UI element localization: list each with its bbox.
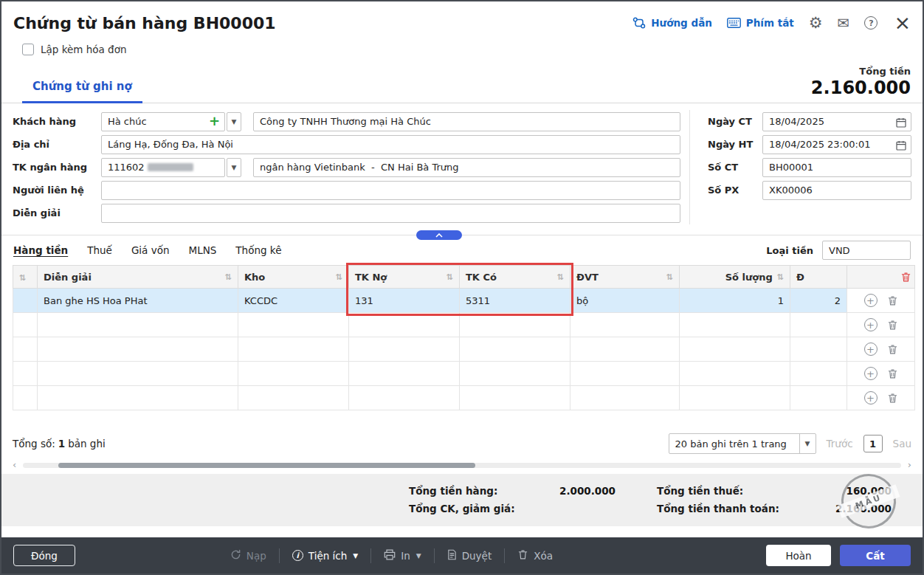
document-icon [447, 549, 457, 562]
next-page-button[interactable]: Sau [893, 438, 911, 450]
prev-page-button[interactable]: Trước [827, 438, 853, 450]
address-input[interactable] [101, 135, 680, 154]
add-customer-icon[interactable]: + [209, 114, 220, 128]
sort-icon[interactable]: ⇅ [19, 273, 26, 283]
contact-label: Người liên hệ [13, 185, 101, 196]
doc-number-input[interactable] [762, 158, 911, 177]
tab-chung-tu-ghi-no[interactable]: Chứng từ ghi nợ [22, 80, 142, 103]
contact-input[interactable] [101, 181, 680, 200]
sort-icon[interactable]: ⇅ [557, 272, 564, 282]
grand-total-box: Tổng tiền 2.160.000 [811, 66, 911, 103]
voucher-form: Khách hàng + ▼ Địa chỉ TK ngân hàng [1, 103, 923, 235]
cell-tk-co[interactable]: 5311 [460, 289, 570, 313]
collapse-form-button[interactable] [416, 230, 462, 240]
horizontal-scrollbar: ‹ › [13, 461, 911, 469]
col-dvt: ĐVT⇅ [570, 266, 680, 289]
bank-account-combo: 111602 ▼ [101, 158, 241, 177]
total-discount-label: Tổng CK, giảm giá: [409, 503, 520, 514]
sort-icon[interactable]: ⇅ [447, 272, 453, 282]
total-goods-label: Tổng tiền hàng: [409, 485, 520, 497]
sort-icon[interactable]: ⇅ [666, 272, 673, 282]
cell-dvt[interactable]: bộ [570, 289, 680, 313]
sort-icon[interactable]: ⇅ [225, 272, 232, 282]
guide-label: Hướng dẫn [651, 17, 712, 29]
cell-so-luong[interactable]: 1 [680, 289, 790, 313]
reload-button[interactable]: Nạp [230, 549, 266, 562]
close-button[interactable]: Đóng [13, 545, 75, 566]
cell-kho[interactable]: KCCDC [238, 289, 349, 313]
delivery-number-input[interactable] [762, 181, 911, 200]
page-size-select[interactable]: 20 bản ghi trên 1 trang ▼ [669, 433, 816, 454]
page-size-dropdown-arrow[interactable]: ▼ [799, 434, 816, 453]
undo-button[interactable]: Hoàn [766, 545, 831, 566]
calendar-icon[interactable] [896, 140, 906, 154]
col-kho: Kho⇅ [238, 266, 349, 289]
sales-voucher-window: Chứng từ bán hàng BH00001 Hướng dẫn Phím… [0, 0, 924, 575]
feedback-mail-icon[interactable]: ✉ [838, 16, 850, 30]
doc-date-input[interactable] [762, 112, 911, 131]
settings-gear-icon[interactable]: ⚙ [809, 16, 823, 31]
cell-dien-giai[interactable]: Ban ghe HS Hoa PHat [38, 289, 238, 313]
tab-gia-von[interactable]: Giá vốn [131, 244, 170, 256]
utilities-button[interactable]: i Tiện ích ▼ [292, 550, 358, 562]
tab-hang-tien[interactable]: Hàng tiền [13, 244, 68, 256]
table-row-empty[interactable]: + [13, 386, 915, 410]
tab-mlns[interactable]: MLNS [189, 244, 217, 256]
cell-don-gia[interactable]: 2 [790, 289, 847, 313]
save-button[interactable]: Cất [840, 545, 911, 566]
scroll-right-icon[interactable]: › [908, 459, 911, 470]
doc-number-label: Số CT [708, 162, 762, 173]
customer-code-input[interactable] [101, 112, 225, 131]
table-header-row: ⇅ Diễn giải⇅ Kho⇅ TK Nợ⇅ TK Có⇅ ĐVT⇅ Số … [13, 266, 915, 289]
cell-tk-no[interactable]: 131 [349, 289, 460, 313]
delete-row-icon[interactable] [887, 368, 898, 379]
scrollbar-thumb[interactable] [58, 463, 475, 468]
tab-thue[interactable]: Thuế [87, 244, 112, 256]
delete-row-icon[interactable] [887, 344, 898, 355]
bank-account-field[interactable]: 111602 [101, 158, 225, 177]
toolbar-divider [370, 548, 371, 563]
calendar-icon[interactable] [896, 117, 906, 131]
delete-all-icon[interactable] [900, 272, 911, 283]
posting-date-input[interactable] [762, 135, 911, 154]
help-icon[interactable]: ? [864, 16, 878, 30]
delete-row-icon[interactable] [887, 393, 898, 404]
bank-account-number: 111602 [108, 162, 145, 173]
cell-actions: + [847, 289, 915, 313]
total-tax-label: Tổng tiền thuế: [657, 485, 797, 497]
add-row-icon[interactable]: + [864, 294, 878, 307]
customer-name-input[interactable] [253, 112, 680, 131]
description-input[interactable] [101, 204, 680, 223]
shortcuts-link[interactable]: Phím tắt [727, 17, 794, 29]
col-tk-no: TK Nợ⇅ [349, 266, 460, 289]
add-row-icon[interactable]: + [864, 367, 878, 380]
toolbar-divider [504, 548, 505, 563]
currency-input[interactable] [822, 241, 911, 260]
bank-name-input[interactable] [253, 158, 680, 177]
approve-button[interactable]: Duyệt [447, 549, 492, 562]
customer-combo: + ▼ [101, 112, 241, 131]
guide-link[interactable]: Hướng dẫn [632, 17, 712, 29]
col-dien-giai: Diễn giải⇅ [38, 266, 238, 289]
delete-row-icon[interactable] [887, 320, 898, 331]
scroll-left-icon[interactable]: ‹ [13, 459, 16, 470]
customer-dropdown-arrow[interactable]: ▼ [227, 112, 241, 131]
delete-row-icon[interactable] [887, 295, 898, 306]
delete-button[interactable]: Xóa [517, 549, 553, 562]
current-page-number[interactable]: 1 [863, 435, 883, 452]
add-row-icon[interactable]: + [864, 318, 878, 331]
bank-account-dropdown-arrow[interactable]: ▼ [227, 158, 241, 177]
invoice-checkbox[interactable] [22, 44, 34, 55]
table-row-empty[interactable]: + [13, 362, 915, 386]
table-row-empty[interactable]: + [13, 313, 915, 337]
tab-thong-ke[interactable]: Thống kê [235, 244, 281, 256]
sort-icon[interactable]: ⇅ [777, 272, 784, 282]
sort-icon[interactable]: ⇅ [336, 272, 342, 282]
posting-date-label: Ngày HT [708, 139, 762, 150]
table-row[interactable]: Ban ghe HS Hoa PHat KCCDC 131 5311 bộ 1 … [13, 289, 915, 313]
add-row-icon[interactable]: + [864, 391, 878, 404]
table-row-empty[interactable]: + [13, 337, 915, 362]
print-button[interactable]: In ▼ [384, 549, 421, 562]
add-row-icon[interactable]: + [864, 342, 878, 356]
close-icon[interactable]: × [894, 15, 911, 31]
